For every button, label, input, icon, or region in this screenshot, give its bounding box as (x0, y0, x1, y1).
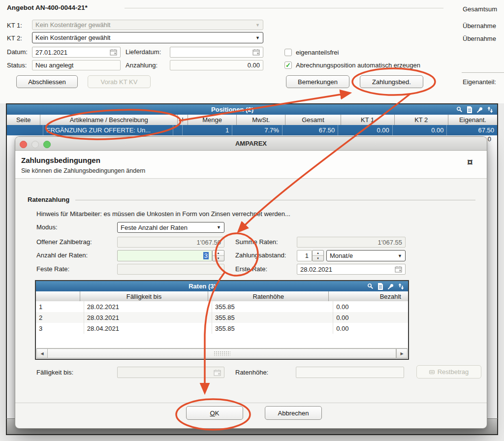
kt1-label: KT 1: (7, 20, 22, 31)
dialog-title: AMPAREX (235, 140, 267, 147)
faelligkeit-field[interactable] (117, 367, 224, 378)
restbetrag-button[interactable]: Restbetrag (416, 365, 481, 378)
scrollbar-grip (214, 351, 230, 356)
raten-table-title: Raten (3) (36, 283, 369, 290)
spinner-down-icon[interactable]: ▼ (213, 256, 224, 261)
kt1-value: Kein Kostenträger gewählt (35, 21, 110, 29)
dialog-header: Zahlungsbedingungen Sie können die Zahlu… (15, 151, 487, 179)
kt2-value: Kein Kostenträger gewählt (35, 34, 110, 41)
kt2-combobox[interactable]: Kein Kostenträger gewählt ▼ (32, 32, 263, 43)
zahlungsabstand-label: Zahlungsabstand: (235, 250, 286, 261)
kt2-label: KT 2: (7, 33, 22, 44)
spinner-down-icon[interactable]: ▼ (313, 256, 323, 261)
sort-arrows-icon[interactable] (398, 283, 404, 290)
column-header[interactable]: Seite (7, 115, 40, 125)
column-header[interactable] (36, 291, 80, 301)
table-row[interactable]: 3 28.04.2021 355.85 0.00 (36, 323, 408, 334)
currency-icon: ¤ (467, 156, 473, 168)
uebernahme2-label: Übernahme (463, 33, 496, 44)
document-icon[interactable] (467, 106, 472, 113)
close-button[interactable] (20, 141, 27, 148)
anzahl-raten-field[interactable]: 3 (117, 250, 212, 261)
search-icon[interactable] (367, 283, 374, 289)
vorab-kt-kv-button[interactable]: Vorab KT KV (88, 75, 151, 88)
abschliessen-button[interactable]: Abschliessen (16, 75, 78, 88)
eigenanteilsfrei-checkbox[interactable] (284, 49, 292, 56)
offener-zahlbetrag-label: Offener Zahlbetrag: (36, 237, 92, 248)
column-header[interactable]: ! (178, 115, 188, 125)
dialog-subheading: Sie können die Zahlungsbedingungen änder… (21, 167, 145, 174)
offer-title: Angebot AN-400-0044-21* (7, 4, 88, 11)
positions-table-header: Positionen (2) (7, 104, 497, 115)
erste-rate-value: 28.02.2021 (300, 266, 395, 273)
summe-raten-value: 1'067.55 (378, 239, 402, 246)
calendar-icon[interactable] (395, 266, 402, 273)
scroll-right-icon[interactable]: ▶ (396, 348, 408, 358)
ratenhoehe-field[interactable] (296, 367, 404, 378)
footer-divider (15, 403, 487, 403)
anzahlung-value: 0.00 (248, 62, 260, 69)
calendar-icon[interactable] (110, 49, 117, 56)
scroll-left-icon[interactable]: ◀ (36, 348, 48, 358)
zahlungsabstand-stepper[interactable]: ▲ ▼ (312, 250, 324, 261)
ratenhoehe-label: Ratenhöhe: (235, 367, 268, 378)
status-field: Neu angelegt (32, 60, 121, 70)
spinner-up-icon[interactable]: ▲ (313, 251, 323, 256)
spinner-up-icon[interactable]: ▲ (213, 251, 224, 256)
lieferdatum-label: Lieferdatum: (126, 47, 161, 58)
minimize-button[interactable] (32, 141, 39, 148)
abbrechen-button[interactable]: Abbrechen (265, 406, 322, 420)
table-row[interactable]: 2 28.03.2021 355.85 0.00 (36, 312, 408, 323)
row-artikelname: ERGÄNZUNG ZUR OFFERTE: Un... (43, 125, 173, 135)
pin-icon[interactable] (476, 106, 483, 113)
offer-form: Angebot AN-400-0044-21* KT 1: Kein Koste… (0, 0, 504, 103)
column-header[interactable]: Gesamt (285, 115, 341, 125)
table-row[interactable]: ERGÄNZUNG ZUR OFFERTE: Un... 1 7.7% 67.5… (7, 125, 497, 135)
anzahl-raten-stepper[interactable]: ▲ ▼ (212, 250, 224, 261)
erste-rate-field[interactable]: 28.02.2021 (297, 264, 406, 275)
row-menge: 1 (183, 125, 233, 135)
column-header[interactable]: Bezahlt (329, 291, 408, 301)
zahlungsabstand-unit-combobox[interactable]: Monat/e ▼ (326, 250, 406, 261)
zahlungsabstand-field[interactable]: 1 (297, 250, 312, 261)
column-header[interactable]: Eigenant. (448, 115, 497, 125)
sort-arrows-icon[interactable] (487, 106, 493, 113)
anzahl-raten-label: Anzahl der Raten: (36, 250, 88, 261)
eigenanteil-label: Eigenanteil: (463, 77, 496, 88)
scrollbar-thumb[interactable] (48, 348, 396, 358)
anzahlung-label: Anzahlung: (126, 60, 158, 71)
chevron-down-icon: ▼ (255, 35, 260, 40)
column-header[interactable]: Menge (188, 115, 237, 125)
dialog-titlebar[interactable]: AMPAREX (15, 137, 487, 151)
chevron-down-icon: ▼ (398, 253, 402, 258)
zahlungsbed-button[interactable]: Zahlungsbed. (360, 75, 423, 88)
anzahlung-field[interactable]: 0.00 (170, 60, 263, 70)
zoom-button[interactable] (43, 141, 51, 148)
zahlungsbedingungen-dialog: AMPAREX Zahlungsbedingungen Sie können d… (15, 136, 487, 429)
abrechnungsposition-checkbox[interactable]: ✓ (284, 62, 292, 69)
column-header[interactable]: MwSt. (237, 115, 285, 125)
pin-icon[interactable] (387, 283, 394, 290)
feste-rate-label: Feste Rate: (36, 264, 69, 275)
search-icon[interactable] (456, 106, 463, 113)
horizontal-scrollbar[interactable]: ◀ ▶ (36, 348, 408, 358)
lieferdatum-field[interactable] (170, 47, 263, 58)
chevron-down-icon: ▼ (217, 225, 221, 230)
chevron-down-icon: ▼ (255, 23, 260, 28)
document-icon[interactable] (378, 283, 383, 290)
bemerkungen-button[interactable]: Bemerkungen (286, 75, 349, 88)
column-header[interactable]: KT 2 (395, 115, 448, 125)
ok-button[interactable]: OK (186, 406, 243, 420)
column-header[interactable]: Ratenhöhe (208, 291, 329, 301)
calendar-icon[interactable] (214, 369, 221, 376)
calendar-icon[interactable] (252, 49, 260, 56)
status-label: Status: (7, 60, 27, 71)
table-row[interactable]: 1 28.02.2021 355.85 0.00 (36, 301, 408, 312)
zahlungsabstand-unit-value: Monat/e (330, 252, 353, 259)
column-header[interactable]: KT 1 (341, 115, 395, 125)
datum-field[interactable]: 27.01.2021 (32, 47, 121, 58)
column-header[interactable]: Fälligkeit bis (80, 291, 208, 301)
modus-combobox[interactable]: Feste Anzahl der Raten ▼ (117, 222, 224, 233)
kt1-combobox[interactable]: Kein Kostenträger gewählt ▼ (32, 20, 263, 30)
column-header[interactable]: Artikelname / Beschreibung (40, 115, 178, 125)
